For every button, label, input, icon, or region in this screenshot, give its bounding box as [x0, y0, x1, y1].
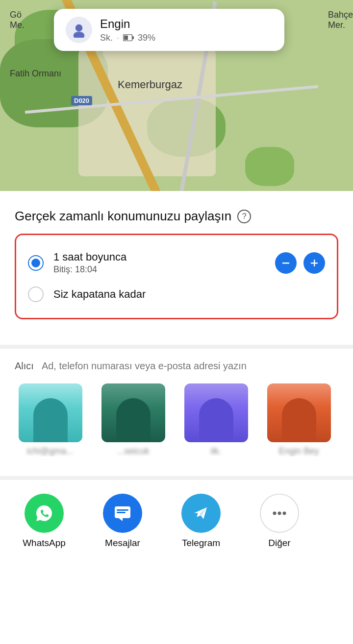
svg-rect-12: [117, 512, 126, 513]
option-one-hour-text: 1 saat boyunca Bitiş: 18:04: [53, 251, 275, 275]
increase-button[interactable]: [303, 252, 325, 274]
svg-rect-9: [314, 259, 315, 266]
recipient-section: Alıcı ichi@gma... ...seicuk: [0, 349, 353, 466]
options-box: 1 saat boyunca Bitiş: 18:04: [15, 234, 338, 319]
radio-until-close[interactable]: [28, 286, 44, 302]
diger-icon: [260, 494, 299, 533]
contacts-grid: ichi@gma... ...seicuk ilk.: [15, 383, 338, 456]
contact-avatar-3: [184, 383, 248, 442]
app-whatsapp[interactable]: WhatsApp: [15, 494, 74, 549]
app-mesajlar[interactable]: Mesajlar: [93, 494, 152, 549]
contact-name-3: ilk.: [180, 446, 252, 456]
svg-rect-7: [282, 262, 290, 263]
option-one-hour[interactable]: 1 saat boyunca Bitiş: 18:04: [28, 245, 325, 281]
contact-avatar-2: [101, 383, 165, 442]
map-section: D020 GöMe. Fatih Ormanı Kemerburgaz Bahç…: [0, 0, 353, 191]
contact-name-1: ichi@gma...: [15, 446, 86, 456]
option-until-close[interactable]: Siz kapatana kadar: [28, 281, 325, 308]
notif-battery: 39%: [138, 33, 155, 43]
contact-avatar-4: [267, 383, 331, 442]
app-diger[interactable]: Diğer: [250, 494, 309, 549]
telegram-icon: [181, 494, 221, 533]
notif-name: Engin: [100, 17, 273, 31]
option-until-close-label: Siz kapatana kadar: [53, 288, 325, 301]
contact-item[interactable]: ...seicuk: [98, 383, 169, 456]
map-label-bahce: BahçeMer.: [328, 10, 353, 30]
mesajlar-icon: [103, 494, 142, 533]
decrease-button[interactable]: [275, 252, 297, 274]
option-controls: [275, 252, 325, 274]
recipient-input[interactable]: [42, 360, 338, 372]
mesajlar-label: Mesajlar: [105, 538, 140, 549]
recipient-label: Alıcı: [15, 360, 34, 372]
share-section: Gerçek zamanlı konumunuzu paylaşın ? 1 s…: [0, 191, 353, 345]
contact-item[interactable]: ichi@gma...: [15, 383, 86, 456]
option-one-hour-label: 1 saat boyunca: [53, 251, 275, 263]
svg-point-16: [283, 512, 286, 515]
option-until-close-text: Siz kapatana kadar: [53, 288, 325, 301]
notif-separator: Sk.: [100, 33, 113, 43]
divider-1: [0, 345, 353, 349]
app-telegram[interactable]: Telegram: [172, 494, 230, 549]
notif-sub: Sk. · 39%: [100, 33, 273, 43]
divider-2: [0, 476, 353, 480]
svg-point-14: [273, 512, 277, 515]
svg-rect-5: [132, 36, 134, 39]
radio-one-hour[interactable]: [28, 255, 44, 271]
notif-content: Engin Sk. · 39%: [100, 17, 273, 43]
battery-icon: [123, 34, 134, 41]
contact-name-2: ...seicuk: [98, 446, 169, 456]
contact-name-4: Engin Bey: [263, 446, 334, 456]
diger-label: Diğer: [268, 538, 290, 549]
svg-point-15: [278, 512, 281, 515]
svg-marker-13: [119, 518, 123, 521]
map-label-go: GöMe.: [10, 10, 25, 30]
svg-rect-11: [117, 509, 128, 511]
notif-avatar: [66, 17, 92, 43]
help-icon[interactable]: ?: [237, 210, 251, 223]
map-label-kemerburgaz: Kemerburgaz: [118, 78, 182, 91]
map-label-fatih: Fatih Ormanı: [10, 69, 61, 79]
road-badge: D020: [71, 96, 92, 105]
share-title: Gerçek zamanlı konumunuzu paylaşın ?: [15, 209, 338, 224]
whatsapp-label: WhatsApp: [23, 538, 66, 549]
contact-avatar-1: [19, 383, 82, 442]
contact-item[interactable]: ilk.: [180, 383, 252, 456]
dot-separator: ·: [117, 33, 119, 43]
share-title-text: Gerçek zamanlı konumunuzu paylaşın: [15, 209, 231, 224]
contact-item[interactable]: Engin Bey: [263, 383, 334, 456]
apps-section: WhatsApp Mesajlar Telegram: [0, 480, 353, 558]
option-one-hour-sub: Bitiş: 18:04: [53, 264, 275, 275]
notification-card: Engin Sk. · 39%: [54, 9, 284, 51]
whatsapp-icon: [25, 494, 64, 533]
recipient-row: Alıcı: [15, 360, 338, 372]
svg-rect-6: [124, 36, 128, 40]
bottom-sheet: Gerçek zamanlı konumunuzu paylaşın ? 1 s…: [0, 191, 353, 644]
telegram-label: Telegram: [182, 538, 220, 549]
svg-point-2: [76, 24, 82, 31]
